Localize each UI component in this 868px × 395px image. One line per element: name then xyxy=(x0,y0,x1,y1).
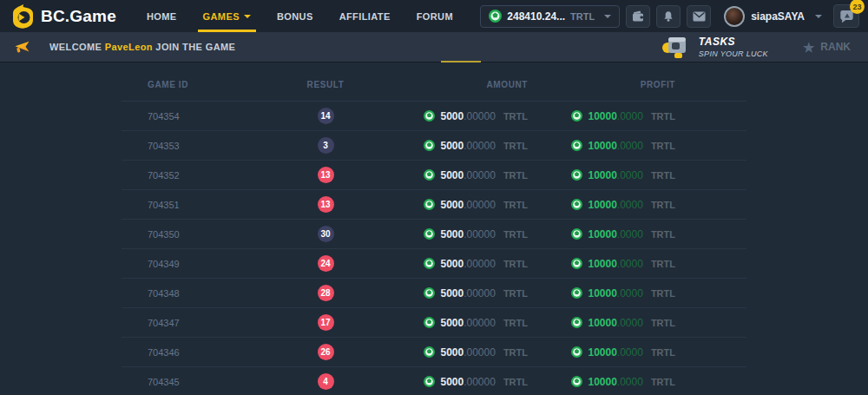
profit-decimal: .0000 xyxy=(617,258,643,270)
user-menu[interactable]: siapaSAYA xyxy=(724,6,822,27)
avatar xyxy=(724,6,745,27)
welcome-username: PaveLeon xyxy=(105,42,153,52)
table-row[interactable]: 704347175000.00000TRTL10000.0000TRTL xyxy=(122,308,746,338)
balance-dropdown[interactable]: 248410.24... TRTL xyxy=(480,5,620,28)
amount-cell: 5000.00000TRTL xyxy=(382,228,582,240)
result-cell: 14 xyxy=(269,108,382,124)
brand-name: BC.Game xyxy=(41,7,116,26)
chevron-down-icon xyxy=(244,15,251,18)
table-row[interactable]: 704348285000.00000TRTL10000.0000TRTL xyxy=(122,279,746,308)
nav-item-forum[interactable]: FORUM xyxy=(404,0,466,32)
amount-decimal: .00000 xyxy=(464,376,496,388)
rank-label: RANK xyxy=(820,41,851,53)
profit-integer: 10000 xyxy=(588,228,616,240)
game-id-cell: 704353 xyxy=(122,141,269,151)
amount-cell: 5000.00000TRTL xyxy=(382,140,582,152)
amount-integer: 5000 xyxy=(440,317,464,329)
trtl-coin-icon xyxy=(424,317,435,328)
profit-integer: 10000 xyxy=(588,199,616,211)
profit-integer: 10000 xyxy=(588,346,616,359)
trtl-coin-icon xyxy=(489,10,502,23)
game-id-cell: 704352 xyxy=(122,170,269,181)
notifications-button[interactable] xyxy=(656,5,681,28)
trtl-coin-icon xyxy=(571,169,582,181)
result-cell: 30 xyxy=(269,226,382,242)
game-id-cell: 704350 xyxy=(122,229,269,240)
game-id-cell: 704351 xyxy=(122,200,269,210)
rank-link[interactable]: ★ RANK xyxy=(803,41,851,54)
game-id-cell: 704349 xyxy=(122,259,269,269)
result-cell: 26 xyxy=(269,344,382,360)
profit-cell: 10000.0000TRTL xyxy=(582,199,746,211)
profit-decimal: .0000 xyxy=(617,287,643,300)
messages-button[interactable] xyxy=(687,5,711,28)
chevron-down-icon xyxy=(604,15,611,18)
amount-cell: 5000.00000TRTL xyxy=(382,199,582,211)
balance-value: 248410.24... xyxy=(507,10,565,23)
table-row[interactable]: 704346265000.00000TRTL10000.0000TRTL xyxy=(122,338,746,367)
result-badge: 4 xyxy=(318,373,334,390)
table-row[interactable]: 704350305000.00000TRTL10000.0000TRTL xyxy=(122,220,746,249)
star-icon: ★ xyxy=(803,41,814,54)
result-badge: 30 xyxy=(318,226,334,242)
amount-integer: 5000 xyxy=(440,228,464,240)
result-cell: 13 xyxy=(269,196,382,213)
profit-currency: TRTL xyxy=(651,288,675,299)
profit-currency: TRTL xyxy=(651,318,675,328)
trtl-coin-icon xyxy=(424,228,435,240)
trtl-coin-icon xyxy=(424,169,435,181)
amount-decimal: .00000 xyxy=(464,110,496,122)
amount-cell: 5000.00000TRTL xyxy=(382,287,582,300)
trtl-coin-icon xyxy=(571,228,582,240)
profit-currency: TRTL xyxy=(651,141,675,151)
nav-item-home[interactable]: HOME xyxy=(134,0,190,32)
result-badge: 24 xyxy=(318,255,334,272)
profit-currency: TRTL xyxy=(651,200,675,210)
nav-item-games[interactable]: GAMES xyxy=(190,0,264,32)
trtl-coin-icon xyxy=(424,110,435,122)
amount-integer: 5000 xyxy=(440,140,464,152)
amount-cell: 5000.00000TRTL xyxy=(382,110,582,122)
profit-currency: TRTL xyxy=(651,111,675,122)
amount-integer: 5000 xyxy=(440,258,464,270)
amount-currency: TRTL xyxy=(503,259,528,269)
results-table-header: GAME IDRESULTAMOUNTPROFIT xyxy=(122,63,746,102)
game-id-cell: 704348 xyxy=(122,288,269,299)
result-cell: 24 xyxy=(269,255,382,272)
brand[interactable]: BC.Game xyxy=(12,4,116,29)
nav-item-bonus[interactable]: BONUS xyxy=(264,0,326,32)
nav-item-affiliate[interactable]: AFFILIATE xyxy=(326,0,404,32)
profit-decimal: .0000 xyxy=(617,317,643,329)
mail-icon xyxy=(693,11,706,22)
chat-button[interactable]: 23 xyxy=(833,4,859,28)
result-badge: 13 xyxy=(318,167,334,183)
amount-decimal: .00000 xyxy=(464,287,496,300)
profit-decimal: .0000 xyxy=(617,169,643,181)
table-row[interactable]: 704354145000.00000TRTL10000.0000TRTL xyxy=(122,102,746,131)
tasks-slot-icon xyxy=(661,35,691,59)
column-header: PROFIT xyxy=(582,80,746,89)
table-row[interactable]: 704351135000.00000TRTL10000.0000TRTL xyxy=(122,190,746,220)
table-row[interactable]: 704352135000.00000TRTL10000.0000TRTL xyxy=(122,161,746,190)
banner-right: TASKS SPIN YOUR LUCK ★ RANK xyxy=(661,35,854,59)
trtl-coin-icon xyxy=(424,140,435,151)
column-header: AMOUNT xyxy=(382,80,582,89)
profit-currency: TRTL xyxy=(651,377,675,387)
amount-currency: TRTL xyxy=(503,347,528,358)
profit-cell: 10000.0000TRTL xyxy=(582,110,746,122)
table-row[interactable]: 70435335000.00000TRTL10000.0000TRTL xyxy=(122,131,746,161)
amount-decimal: .00000 xyxy=(464,346,496,359)
wallet-button[interactable] xyxy=(626,5,650,28)
amount-integer: 5000 xyxy=(440,199,464,211)
table-row[interactable]: 704349245000.00000TRTL10000.0000TRTL xyxy=(122,249,746,279)
table-row[interactable]: 70434545000.00000TRTL10000.0000TRTL xyxy=(122,367,746,395)
top-navbar: BC.Game HOME GAMES BONUS AFFILIATE FORUM… xyxy=(0,0,868,32)
amount-integer: 5000 xyxy=(440,287,464,300)
tasks-link[interactable]: TASKS SPIN YOUR LUCK xyxy=(661,35,768,59)
bcgame-logo-icon xyxy=(12,4,34,29)
announcement: WELCOME PaveLeon JOIN THE GAME xyxy=(14,41,235,54)
profit-cell: 10000.0000TRTL xyxy=(582,346,746,359)
profit-decimal: .0000 xyxy=(617,140,643,152)
amount-currency: TRTL xyxy=(503,318,528,328)
tasks-subtitle: SPIN YOUR LUCK xyxy=(699,49,768,58)
